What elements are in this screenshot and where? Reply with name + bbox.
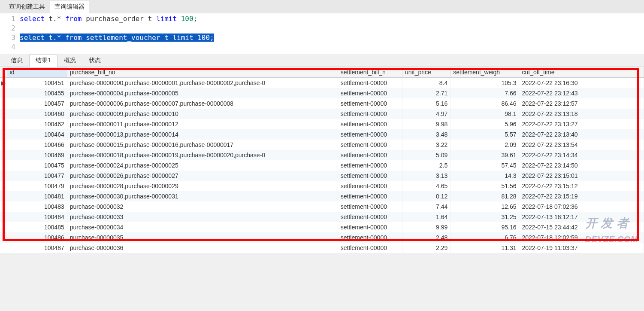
cell-id[interactable]: 100479 [7,181,67,191]
cell-unit-price[interactable]: 3.13 [402,171,450,181]
cell-unit-price[interactable]: 3.22 [402,140,450,150]
cell-cut-off-time[interactable]: 2022-07-18 07:02:36 [519,201,644,212]
cell-unit-price[interactable]: 2.48 [402,232,450,243]
cell-purchase-bill-no[interactable]: purchase-00000032 [67,201,338,212]
cell-unit-price[interactable]: 2.71 [402,88,450,98]
cell-settlement-bill-no[interactable]: settlement-00000 [338,160,402,171]
cell-purchase-bill-no[interactable]: purchase-00000036 [67,243,338,253]
cell-purchase-bill-no[interactable]: purchase-00000009,purchase-00000010 [67,109,338,119]
table-row[interactable]: 100460purchase-00000009,purchase-0000001… [0,109,644,119]
cell-id[interactable]: 100457 [7,98,67,109]
cell-settlement-weight[interactable]: 12.65 [450,201,519,212]
cell-cut-off-time[interactable]: 2022-07-22 23:13:27 [519,119,644,129]
cell-settlement-weight[interactable]: 7.66 [450,88,519,98]
cell-id[interactable]: 100487 [7,243,67,253]
tab-result1[interactable]: 结果1 [29,55,57,67]
cell-unit-price[interactable]: 2.5 [402,160,450,171]
cell-settlement-weight[interactable]: 5.57 [450,129,519,140]
cell-unit-price[interactable]: 4.97 [402,109,450,119]
cell-cut-off-time[interactable]: 2022-07-13 18:12:17 [519,212,644,222]
cell-id[interactable]: 100477 [7,171,67,181]
cell-unit-price[interactable]: 2.29 [402,243,450,253]
cell-unit-price[interactable]: 0.12 [402,191,450,201]
table-row[interactable]: 100469purchase-00000018,purchase-0000001… [0,150,644,160]
cell-cut-off-time[interactable]: 2022-07-18 12:02:59 [519,232,644,243]
table-row[interactable]: 100457purchase-00000006,purchase-0000000… [0,98,644,109]
table-row[interactable]: 100462purchase-00000011,purchase-0000001… [0,119,644,129]
table-row[interactable]: ▶100451purchase-00000000,purchase-000000… [0,78,644,88]
cell-settlement-bill-no[interactable]: settlement-00000 [338,191,402,201]
cell-settlement-weight[interactable]: 95.16 [450,222,519,232]
cell-settlement-weight[interactable]: 105.3 [450,78,519,88]
cell-id[interactable]: 100481 [7,191,67,201]
cell-purchase-bill-no[interactable]: purchase-00000006,purchase-00000007,purc… [67,98,338,109]
cell-unit-price[interactable]: 3.48 [402,129,450,140]
tab-info[interactable]: 信息 [4,55,29,67]
cell-settlement-bill-no[interactable]: settlement-00000 [338,109,402,119]
cell-purchase-bill-no[interactable]: purchase-00000033 [67,212,338,222]
cell-purchase-bill-no[interactable]: purchase-00000030,purchase-00000031 [67,191,338,201]
cell-unit-price[interactable]: 1.64 [402,212,450,222]
column-header-settlement-weight[interactable]: settlement_weigh [450,67,519,78]
cell-purchase-bill-no[interactable]: purchase-00000004,purchase-00000005 [67,88,338,98]
cell-cut-off-time[interactable]: 2022-07-22 23:13:18 [519,109,644,119]
table-row[interactable]: 100475purchase-00000024,purchase-0000002… [0,160,644,171]
sql-editor[interactable]: 1 2 3 4 select t.* from purchase_order t… [0,13,644,54]
cell-settlement-weight[interactable]: 51.56 [450,181,519,191]
cell-id[interactable]: 100483 [7,201,67,212]
cell-cut-off-time[interactable]: 2022-07-19 11:03:37 [519,243,644,253]
cell-cut-off-time[interactable]: 2022-07-22 23:14:50 [519,160,644,171]
cell-id[interactable]: 100466 [7,140,67,150]
cell-purchase-bill-no[interactable]: purchase-00000000,purchase-00000001,purc… [67,78,338,88]
cell-unit-price[interactable]: 5.16 [402,98,450,109]
cell-purchase-bill-no[interactable]: purchase-00000011,purchase-00000012 [67,119,338,129]
editor-code[interactable]: select t.* from purchase_order t limit 1… [20,13,644,52]
cell-cut-off-time[interactable]: 2022-07-22 23:15:12 [519,181,644,191]
cell-settlement-bill-no[interactable]: settlement-00000 [338,181,402,191]
table-row[interactable]: 100477purchase-00000026,purchase-0000002… [0,171,644,181]
cell-cut-off-time[interactable]: 2022-07-22 23:13:54 [519,140,644,150]
table-row[interactable]: 100481purchase-00000030,purchase-0000003… [0,191,644,201]
cell-cut-off-time[interactable]: 2022-07-15 23:44:42 [519,222,644,232]
table-row[interactable]: 100486purchase-00000035settlement-000002… [0,232,644,243]
table-row[interactable]: 100464purchase-00000013,purchase-0000001… [0,129,644,140]
cell-id[interactable]: 100484 [7,212,67,222]
cell-id[interactable]: 100451 [7,78,67,88]
cell-purchase-bill-no[interactable]: purchase-00000013,purchase-00000014 [67,129,338,140]
cell-settlement-bill-no[interactable]: settlement-00000 [338,129,402,140]
cell-unit-price[interactable]: 9.99 [402,222,450,232]
cell-cut-off-time[interactable]: 2022-07-22 23:15:19 [519,191,644,201]
cell-settlement-weight[interactable]: 86.46 [450,98,519,109]
tab-status[interactable]: 状态 [82,55,107,67]
cell-purchase-bill-no[interactable]: purchase-00000028,purchase-00000029 [67,181,338,191]
cell-settlement-bill-no[interactable]: settlement-00000 [338,201,402,212]
cell-settlement-bill-no[interactable]: settlement-00000 [338,171,402,181]
cell-unit-price[interactable]: 8.4 [402,78,450,88]
cell-settlement-bill-no[interactable]: settlement-00000 [338,222,402,232]
cell-settlement-weight[interactable]: 2.09 [450,140,519,150]
cell-settlement-bill-no[interactable]: settlement-00000 [338,232,402,243]
cell-settlement-weight[interactable]: 98.1 [450,109,519,119]
cell-cut-off-time[interactable]: 2022-07-22 23:14:34 [519,150,644,160]
column-header-unit-price[interactable]: unit_price [402,67,450,78]
cell-unit-price[interactable]: 5.09 [402,150,450,160]
cell-settlement-weight[interactable]: 6.76 [450,232,519,243]
cell-purchase-bill-no[interactable]: purchase-00000035 [67,232,338,243]
cell-cut-off-time[interactable]: 2022-07-22 23:16:30 [519,78,644,88]
column-header-purchase-bill-no[interactable]: purchase_bill_no [67,67,338,78]
cell-settlement-bill-no[interactable]: settlement-00000 [338,119,402,129]
cell-purchase-bill-no[interactable]: purchase-00000024,purchase-00000025 [67,160,338,171]
tab-query-editor[interactable]: 查询编辑器 [50,1,89,13]
table-row[interactable]: 100455purchase-00000004,purchase-0000000… [0,88,644,98]
cell-settlement-weight[interactable]: 57.45 [450,160,519,171]
table-row[interactable]: 100485purchase-00000034settlement-000009… [0,222,644,232]
cell-purchase-bill-no[interactable]: purchase-00000034 [67,222,338,232]
cell-cut-off-time[interactable]: 2022-07-22 23:15:01 [519,171,644,181]
cell-settlement-weight[interactable]: 5.96 [450,119,519,129]
cell-id[interactable]: 100455 [7,88,67,98]
cell-cut-off-time[interactable]: 2022-07-22 23:12:43 [519,88,644,98]
cell-settlement-weight[interactable]: 31.25 [450,212,519,222]
results-grid[interactable]: id purchase_bill_no settlement_bill_n un… [0,67,644,253]
table-row[interactable]: 100479purchase-00000028,purchase-0000002… [0,181,644,191]
cell-id[interactable]: 100469 [7,150,67,160]
